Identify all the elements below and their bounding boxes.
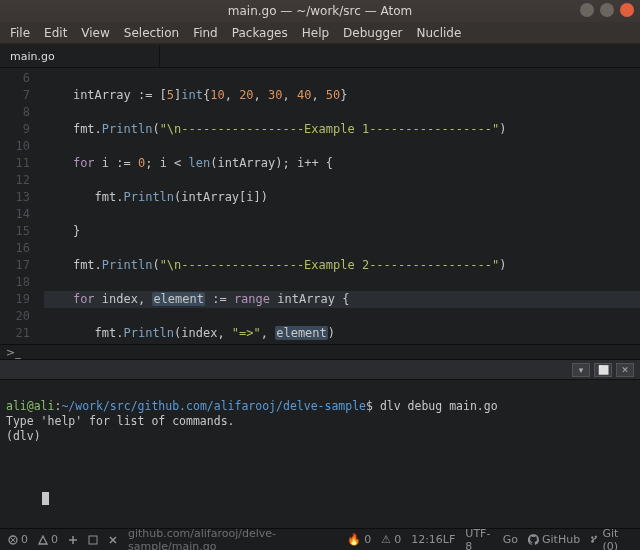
code-line: fmt.Println(index, "=>", element) <box>44 325 640 342</box>
tab-bar: main.go <box>0 44 640 68</box>
dlv-prompt: (dlv) <box>6 429 48 443</box>
menu-help[interactable]: Help <box>296 24 335 42</box>
line-number: 10 <box>0 138 30 155</box>
status-bug-icon[interactable]: ⚠0 <box>381 533 401 546</box>
code-line-current: for index, element := range intArray { <box>44 291 640 308</box>
status-file-path[interactable]: github.com/alifarooj/delve-sample/main.g… <box>128 527 337 551</box>
menu-view[interactable]: View <box>75 24 115 42</box>
close-window-button[interactable] <box>620 3 634 17</box>
selection: element <box>152 292 205 306</box>
code-area[interactable]: intArray := [5]int{10, 20, 30, 40, 50} f… <box>38 68 640 344</box>
code-line: intArray := [5]int{10, 20, 30, 40, 50} <box>44 87 640 104</box>
line-number: 16 <box>0 240 30 257</box>
status-fire-icon[interactable]: 🔥0 <box>347 533 371 546</box>
line-number: 13 <box>0 189 30 206</box>
line-number: 7 <box>0 87 30 104</box>
menu-edit[interactable]: Edit <box>38 24 73 42</box>
code-line: } <box>44 223 640 240</box>
terminal-command: dlv debug main.go <box>373 399 498 413</box>
status-language[interactable]: Go <box>503 533 518 546</box>
line-number: 14 <box>0 206 30 223</box>
selection-match: element <box>275 326 328 340</box>
menu-selection[interactable]: Selection <box>118 24 185 42</box>
status-warnings[interactable]: 0 <box>38 533 58 546</box>
menu-file[interactable]: File <box>4 24 36 42</box>
window-titlebar: main.go — ~/work/src — Atom <box>0 0 640 22</box>
code-line: fmt.Println("\n-----------------Example … <box>44 121 640 138</box>
code-line: fmt.Println("\n-----------------Example … <box>44 257 640 274</box>
line-number: 9 <box>0 121 30 138</box>
status-toggle[interactable] <box>88 535 98 545</box>
line-number: 17 <box>0 257 30 274</box>
svg-rect-5 <box>89 536 97 544</box>
minimize-button[interactable] <box>580 3 594 17</box>
panel-divider[interactable]: >_ <box>0 344 640 360</box>
terminal-dropdown-button[interactable]: ▾ <box>572 363 590 377</box>
maximize-button[interactable] <box>600 3 614 17</box>
terminal-close-button[interactable]: ✕ <box>616 363 634 377</box>
status-close-terminal[interactable] <box>108 535 118 545</box>
code-line: for i := 0; i < len(intArray); i++ { <box>44 155 640 172</box>
line-number: 19 <box>0 291 30 308</box>
line-number: 21 <box>0 325 30 342</box>
status-git-branch[interactable]: Git (0) <box>590 527 632 551</box>
menubar: File Edit View Selection Find Packages H… <box>0 22 640 44</box>
line-number: 22 <box>0 342 30 344</box>
line-number: 8 <box>0 104 30 121</box>
line-number: 20 <box>0 308 30 325</box>
terminal-icon: >_ <box>6 346 21 359</box>
code-line: fmt.Println(intArray[i]) <box>44 189 640 206</box>
tab-main-go[interactable]: main.go <box>0 45 160 67</box>
code-editor[interactable]: 6 7 8 9 10 11 12 13 14 15 16 17 18 19 20… <box>0 68 640 344</box>
window-title: main.go — ~/work/src — Atom <box>228 4 412 18</box>
terminal-toolbar: ▾ ⬜ ✕ <box>0 360 640 380</box>
menu-debugger[interactable]: Debugger <box>337 24 408 42</box>
menu-nuclide[interactable]: Nuclide <box>411 24 468 42</box>
status-line-ending[interactable]: LF <box>443 533 455 546</box>
cursor-position[interactable]: 12:16 <box>411 533 443 546</box>
tab-label: main.go <box>10 50 55 63</box>
terminal-panel[interactable]: ali@ali:~/work/src/github.com/alifarooj/… <box>0 380 640 528</box>
line-number: 15 <box>0 223 30 240</box>
status-errors[interactable]: 0 <box>8 533 28 546</box>
line-number: 18 <box>0 274 30 291</box>
terminal-cursor <box>42 492 49 505</box>
terminal-maximize-button[interactable]: ⬜ <box>594 363 612 377</box>
status-github[interactable]: GitHub <box>528 533 580 546</box>
menu-packages[interactable]: Packages <box>226 24 294 42</box>
line-number: 6 <box>0 70 30 87</box>
status-new-terminal[interactable] <box>68 535 78 545</box>
editor-gutter: 6 7 8 9 10 11 12 13 14 15 16 17 18 19 20… <box>0 68 38 344</box>
prompt-userhost: ali@ali <box>6 399 54 413</box>
status-bar: 0 0 github.com/alifarooj/delve-sample/ma… <box>0 528 640 550</box>
line-number: 11 <box>0 155 30 172</box>
window-controls <box>580 3 634 17</box>
status-encoding[interactable]: UTF-8 <box>465 527 492 551</box>
menu-find[interactable]: Find <box>187 24 224 42</box>
line-number: 12 <box>0 172 30 189</box>
prompt-path: ~/work/src/github.com/alifarooj/delve-sa… <box>61 399 366 413</box>
terminal-output: Type 'help' for list of commands. <box>6 414 234 428</box>
